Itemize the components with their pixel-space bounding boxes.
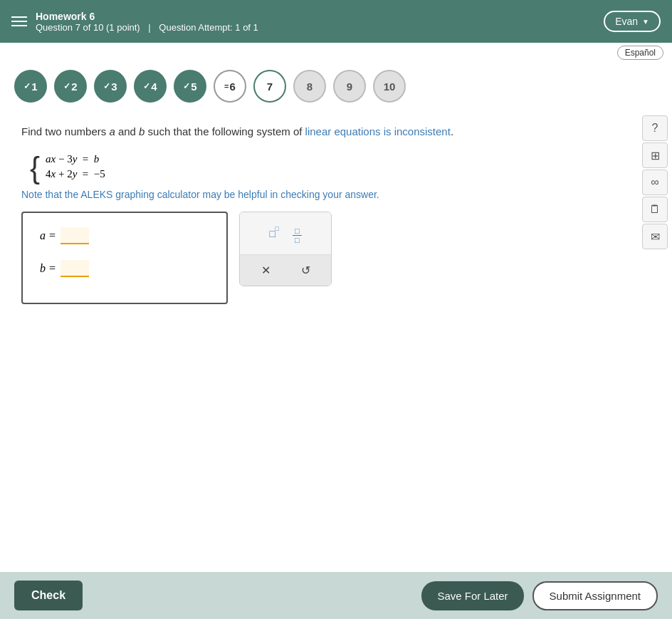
help-button[interactable]: ? [642, 115, 668, 141]
espanol-button[interactable]: Español [617, 46, 663, 60]
question-btn-1[interactable]: ✓1 [14, 70, 47, 103]
input-b[interactable] [61, 260, 89, 277]
username-label: Evan [615, 16, 638, 27]
problem-blue-text: linear equations is inconsistent [305, 125, 451, 137]
user-menu-button[interactable]: Evan ▼ [604, 11, 661, 32]
answer-row-a: a = [40, 227, 209, 244]
question-btn-7[interactable]: 7 [253, 70, 286, 103]
help-icon: ? [652, 122, 658, 135]
problem-text-before: Find two numbers [21, 125, 109, 137]
problem-text-mid2: such that the following system of [145, 125, 305, 137]
question-progress: Question 7 of 10 (1 point) [36, 22, 140, 33]
question-btn-9[interactable]: 9 [333, 70, 366, 103]
superscript-button[interactable]: □□ [266, 223, 278, 244]
homework-title: Homework 6 [36, 11, 258, 22]
footer-right: Save For Later Submit Assignment [421, 581, 658, 610]
hamburger-menu-icon[interactable] [11, 16, 27, 26]
keypad-actions-row: ✕ ↺ [240, 255, 331, 286]
answer-area: a = b = □□ □□ ✕ ↺ [21, 212, 651, 304]
label-a: a = [40, 229, 56, 242]
question-btn-10[interactable]: 10 [373, 70, 406, 103]
math-system: { ax − 3y = b 4x + 2y = −5 [43, 153, 651, 180]
header: Homework 6 Question 7 of 10 (1 point) | … [0, 0, 672, 43]
note-text: Note that the ALEKS graphing calculator … [21, 189, 651, 200]
keypad-symbols-row: □□ □□ [240, 212, 331, 255]
chevron-down-icon: ▼ [642, 18, 649, 26]
label-b: b = [40, 262, 56, 275]
var-a-label: a [109, 125, 115, 137]
question-btn-8[interactable]: 8 [293, 70, 326, 103]
question-btn-4[interactable]: ✓4 [134, 70, 167, 103]
header-left: Homework 6 Question 7 of 10 (1 point) | … [11, 11, 258, 33]
input-a[interactable] [61, 227, 89, 244]
question-btn-3[interactable]: ✓3 [94, 70, 127, 103]
infinity-button[interactable]: ∞ [642, 170, 668, 195]
answer-box: a = b = [21, 212, 228, 304]
problem-statement: Find two numbers a and b such that the f… [21, 124, 651, 140]
math-brace-icon: { [30, 153, 40, 183]
mail-button[interactable]: ✉ [642, 224, 668, 249]
problem-text-end: . [451, 125, 453, 137]
check-button[interactable]: Check [14, 581, 83, 610]
clear-button[interactable]: ✕ [256, 261, 276, 280]
notepad-icon: 🗒 [649, 203, 661, 216]
mail-icon: ✉ [651, 230, 660, 244]
fraction-button[interactable]: □□ [290, 219, 305, 247]
problem-text-mid1: and [115, 125, 139, 137]
calculator-icon: ⊞ [651, 149, 660, 162]
separator: | [148, 22, 150, 33]
equation-1: ax − 3y = b [46, 153, 651, 165]
submit-assignment-button[interactable]: Submit Assignment [532, 581, 658, 610]
notepad-button[interactable]: 🗒 [642, 197, 668, 222]
question-navigation: ✓1 ✓2 ✓3 ✓4 ✓5 =6 7 8 9 10 [0, 63, 672, 110]
question-btn-5[interactable]: ✓5 [174, 70, 206, 103]
answer-row-b: b = [40, 260, 209, 277]
header-subtitle: Question 7 of 10 (1 point) | Question At… [36, 22, 258, 33]
question-btn-2[interactable]: ✓2 [54, 70, 87, 103]
undo-button[interactable]: ↺ [295, 261, 316, 280]
main-content: Find two numbers a and b such that the f… [0, 110, 672, 318]
language-bar: Español [0, 43, 672, 63]
save-later-button[interactable]: Save For Later [421, 581, 523, 610]
math-equations: ax − 3y = b 4x + 2y = −5 [46, 153, 651, 180]
header-titles: Homework 6 Question 7 of 10 (1 point) | … [36, 11, 258, 33]
question-btn-6[interactable]: =6 [214, 70, 246, 103]
equation-2: 4x + 2y = −5 [46, 168, 651, 180]
math-keypad: □□ □□ ✕ ↺ [239, 212, 332, 286]
right-sidebar: ? ⊞ ∞ 🗒 ✉ [638, 110, 672, 255]
footer: Check Save For Later Submit Assignment [0, 572, 672, 619]
question-attempt: Question Attempt: 1 of 1 [159, 22, 258, 33]
infinity-icon: ∞ [651, 176, 658, 189]
calculator-button[interactable]: ⊞ [642, 142, 668, 168]
